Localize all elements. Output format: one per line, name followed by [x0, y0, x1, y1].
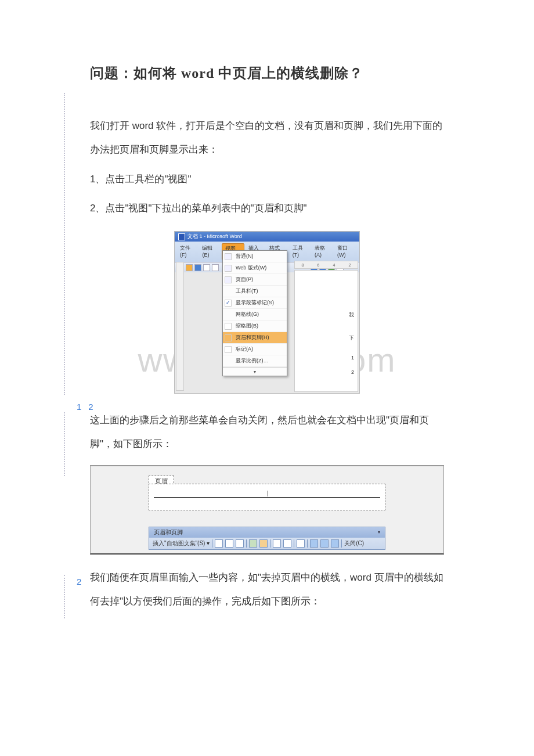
page-icon	[225, 276, 232, 283]
cursor: |	[267, 490, 269, 496]
step-1-text: 1、点击工具栏的"视图"	[90, 168, 444, 192]
word-title-bar: 文档 1 - Microsoft Word	[175, 232, 359, 242]
header-region: 页眉 |	[149, 484, 385, 510]
sep	[212, 539, 212, 548]
switch-icon[interactable]	[310, 539, 318, 548]
dd-gridlines[interactable]: 网格线(G)	[223, 309, 287, 321]
header-footer-icon	[225, 334, 232, 341]
dd-normal[interactable]: 普通(N)	[223, 251, 287, 262]
doc-canvas: 我 下 1 2	[294, 270, 358, 392]
dd-show-para[interactable]: 显示段落标记(S)	[223, 297, 287, 309]
toolbar-row: 插入"自动图文集"(S) ▾ 关闭(C)	[149, 538, 385, 549]
word-doc-title: 文档 1 - Microsoft Word	[187, 233, 242, 240]
close-button[interactable]: 关闭(C)	[344, 539, 364, 548]
word-view-menu-screenshot: 文档 1 - Microsoft Word 文件(F) 编辑(E) 视图(V) …	[174, 231, 360, 394]
header-footer-screenshot: 页眉 | 页眉和页脚 插入"自动图文集"(S) ▾	[90, 465, 444, 555]
print-icon[interactable]	[203, 264, 210, 271]
canvas-txt-1: 1	[351, 355, 354, 361]
dd-print[interactable]: 页面(P)	[223, 274, 287, 286]
hide-icon[interactable]	[283, 539, 291, 548]
header-underline	[154, 497, 380, 498]
time-icon[interactable]	[259, 539, 268, 548]
top-ruler: 8 6 4 2	[294, 261, 358, 269]
after-steps-text: 这上面的步骤后之前那些菜单会自动关闭，然后也就会在文档中出现"页眉和页脚"，如下…	[90, 409, 444, 456]
normal-icon	[225, 253, 232, 260]
header-footer-toolbar: 页眉和页脚 插入"自动图文集"(S) ▾	[149, 527, 385, 550]
dd-web[interactable]: Web 版式(W)	[223, 262, 287, 274]
sep	[270, 539, 270, 548]
check-icon	[225, 300, 232, 307]
date-icon[interactable]	[249, 539, 257, 548]
autotext-button[interactable]: 插入"自动图文集"(S) ▾	[153, 539, 210, 548]
markup-icon	[225, 346, 232, 353]
dd-expand[interactable]	[223, 367, 287, 376]
next-icon[interactable]	[331, 539, 339, 548]
header-edit-area[interactable]: |	[149, 484, 385, 510]
canvas-txt-xia: 下	[349, 334, 354, 342]
menu-tools[interactable]: 工具(T)	[290, 243, 311, 260]
menu-window[interactable]: 窗口(W)	[334, 243, 357, 260]
dd-header-footer[interactable]: 页眉和页脚(H)	[223, 332, 287, 344]
save-icon[interactable]	[194, 264, 201, 271]
dd-markup[interactable]: 标记(A)	[223, 344, 287, 355]
sep	[307, 539, 308, 548]
link-prev-icon[interactable]	[297, 539, 305, 548]
total-pages-icon[interactable]	[225, 539, 233, 548]
toolbar-title: 页眉和页脚	[149, 527, 385, 538]
thumb-icon	[225, 323, 232, 330]
menu-edit[interactable]: 编辑(E)	[199, 243, 221, 260]
step-2-text: 2、点击"视图"下拉出的菜单列表中的"页眉和页脚"	[90, 197, 444, 221]
document-page: 问题：如何将 word 中页眉上的横线删除？ 我们打开 word 软件，打开后是…	[0, 0, 534, 642]
sep	[294, 539, 294, 548]
format-num-icon[interactable]	[236, 539, 244, 548]
view-dropdown-menu: 普通(N) Web 版式(W) 页面(P) 工具栏(T) 显示段落标记(S) 网…	[222, 250, 287, 376]
menu-file[interactable]: 文件(F)	[177, 243, 198, 260]
canvas-txt-2: 2	[351, 369, 354, 375]
sep	[246, 539, 247, 548]
preview-icon[interactable]	[212, 264, 219, 271]
dd-thumbnails[interactable]: 缩略图(B)	[223, 321, 287, 332]
last-paragraph: 我们随便在页眉里面输入一些内容，如"去掉页眉中的横线，word 页眉中的横线如何…	[90, 566, 444, 614]
open-icon[interactable]	[186, 264, 193, 271]
menu-table[interactable]: 表格(A)	[312, 243, 333, 260]
page-title: 问题：如何将 word 中页眉上的横线删除？	[90, 64, 444, 82]
left-ruler	[176, 262, 184, 391]
dd-toolbars[interactable]: 工具栏(T)	[223, 286, 287, 297]
page-num-icon[interactable]	[215, 539, 223, 548]
setup-icon[interactable]	[273, 539, 281, 548]
intro-text: 我们打开 word 软件，打开后是个空白的文档，没有页眉和页脚，我们先用下面的办…	[90, 114, 444, 162]
web-icon	[225, 265, 232, 272]
canvas-txt-wo: 我	[349, 311, 354, 319]
dd-zoom[interactable]: 显示比例(Z)…	[223, 355, 287, 367]
sep	[341, 539, 342, 548]
prev-icon[interactable]	[320, 539, 329, 548]
